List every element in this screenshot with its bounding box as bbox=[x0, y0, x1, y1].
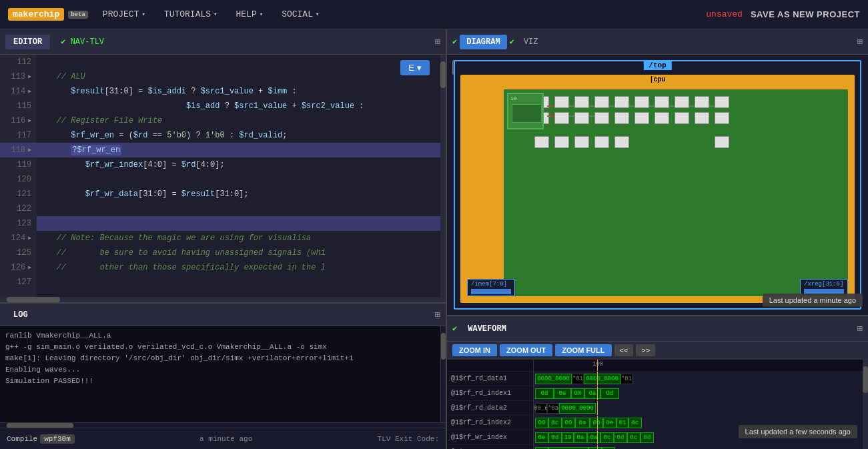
diagram-outer-box: /top |cpu bbox=[454, 60, 861, 310]
nav-help[interactable]: HELP ▾ bbox=[232, 0, 268, 29]
wave-labels: @1$rf_rd_data1 @1$rf_rd_index1 @1$rf_rd_… bbox=[447, 360, 534, 449]
cell-4-8: 0d bbox=[640, 432, 654, 443]
wave-prev-button[interactable]: << bbox=[614, 344, 634, 356]
logic-block-10 bbox=[614, 96, 629, 108]
editor-hscroll[interactable] bbox=[0, 297, 446, 302]
diagram-check-icon: ✔ bbox=[452, 37, 457, 47]
tab-log[interactable]: LOG bbox=[5, 308, 36, 322]
code-line-114: $result[31:0] = $is_addi ? $src1_value +… bbox=[37, 84, 446, 99]
code-line-122 bbox=[37, 201, 446, 216]
wave-data[interactable]: 100 0000_0000 *01 0000_0000 *01 0d bbox=[534, 360, 863, 449]
code-line-121: $rf_wr_data[31:0] = $result[31:0]; bbox=[37, 187, 446, 201]
cell-4-7: 0c bbox=[627, 432, 640, 443]
cell-5-3: 00 bbox=[602, 447, 615, 450]
wave-row-1: 0d 0e 00 0a 0d bbox=[534, 386, 863, 401]
log-scroll-thumb bbox=[441, 333, 446, 360]
line-num-119: 119 bbox=[0, 157, 37, 172]
code-line-113: // ALU bbox=[37, 69, 446, 84]
editor-expand-icon[interactable]: ⊞ bbox=[435, 36, 440, 47]
code-line-112 bbox=[37, 55, 446, 69]
logic-block-24 bbox=[574, 136, 589, 148]
diagram-tabs: ✔ DIAGRAM ✔ VIZ ⊞ bbox=[447, 29, 868, 55]
nav-right: unsaved SAVE AS NEW PROJECT bbox=[706, 9, 860, 19]
zoom-in-button[interactable]: ZOOM IN bbox=[452, 344, 497, 356]
imem-bar bbox=[471, 289, 511, 294]
editor-scroll-thumb bbox=[440, 61, 446, 88]
zoom-full-button[interactable]: ZOOM FULL bbox=[555, 344, 611, 356]
wave-label-5: @1$rs1 bbox=[447, 445, 533, 449]
line-num-114: 114 bbox=[0, 84, 37, 99]
logic-block-20 bbox=[715, 96, 729, 108]
diagram-top-label: /top bbox=[643, 61, 671, 70]
wave-ruler-label bbox=[447, 360, 533, 372]
logic-block-18 bbox=[695, 96, 709, 108]
logic-block-19 bbox=[695, 112, 709, 124]
line-num-117: 117 bbox=[0, 128, 37, 143]
log-line-5: Simulation PASSED!!! bbox=[5, 376, 435, 387]
log-body: ranlib Vmakerchip__ALL.a g++ -g sim_main… bbox=[0, 326, 446, 422]
nav-social[interactable]: SOCIAL ▾ bbox=[278, 0, 323, 29]
time-marker-r0 bbox=[597, 372, 598, 386]
diagram-expand-icon[interactable]: ⊞ bbox=[857, 36, 863, 47]
wave-scrollbar[interactable] bbox=[863, 360, 868, 449]
diagram-canvas[interactable]: + − ⊡ /top |cpu bbox=[447, 55, 868, 315]
cell-4-3: 0a bbox=[574, 432, 587, 443]
beta-badge: beta bbox=[68, 11, 88, 19]
wave-label-3: @1$rf_rd_index2 bbox=[447, 416, 533, 430]
line-num-127: 127 bbox=[0, 275, 37, 290]
diagram-logic-area: i0 bbox=[504, 89, 848, 296]
cell-2-0: *0000_0000 bbox=[535, 403, 547, 414]
editor-scrollbar[interactable] bbox=[440, 55, 446, 297]
cell-1-4: 0d bbox=[600, 388, 619, 399]
time-marker-r1 bbox=[597, 386, 598, 400]
cell-3-0: 00 bbox=[535, 418, 548, 428]
log-line-3: make[1]: Leaving directory '/src/obj_dir… bbox=[5, 353, 435, 364]
wave-next-button[interactable]: >> bbox=[636, 344, 655, 356]
tab-navtlv[interactable]: ✔ NAV-TLV bbox=[53, 34, 112, 49]
save-button[interactable]: SAVE AS NEW PROJECT bbox=[751, 9, 860, 19]
code-editor: 112 113 114 115 116 117 118 119 120 121 … bbox=[0, 55, 446, 297]
waveform-area: ✔ WAVEFORM ⊞ ZOOM IN ZOOM OUT ZOOM FULL … bbox=[447, 316, 868, 449]
tab-diagram[interactable]: DIAGRAM bbox=[460, 35, 506, 49]
log-bottom: Compile wpf30m a minute ago TLV Exit Cod… bbox=[0, 428, 446, 449]
time-marker-r4 bbox=[597, 430, 598, 444]
wave-body: @1$rf_rd_data1 @1$rf_rd_index1 @1$rf_rd_… bbox=[447, 360, 868, 449]
nav-tutorials[interactable]: TUTORIALS ▾ bbox=[160, 0, 222, 29]
logic-block-15 bbox=[655, 112, 669, 124]
tab-editor[interactable]: EDITOR bbox=[5, 35, 50, 49]
exit-code-label: TLV Exit Code: bbox=[378, 435, 439, 443]
log-area: LOG ⊞ ranlib Vmakerchip__ALL.a g++ -g si… bbox=[0, 302, 446, 449]
line-num-120: 120 bbox=[0, 172, 37, 187]
nav-project[interactable]: PROJECT ▾ bbox=[99, 0, 149, 29]
wave-check-icon: ✔ bbox=[452, 324, 457, 334]
cell-1-3: 0a bbox=[584, 388, 600, 399]
code-line-115: $is_add ? $src1_value + $src2_value : bbox=[37, 99, 446, 113]
code-line-118: ?$rf_wr_en bbox=[37, 143, 446, 157]
cell-5-0: 00 bbox=[535, 447, 548, 450]
i0-box: i0 bbox=[507, 93, 544, 129]
code-content[interactable]: // ALU $result[31:0] = $is_addi ? $src1_… bbox=[37, 55, 446, 297]
logic-block-11 bbox=[614, 112, 629, 124]
zoom-out-button[interactable]: ZOOM OUT bbox=[500, 344, 552, 356]
diagram-last-updated: Last updated a minute ago bbox=[763, 294, 863, 307]
log-scrollbar[interactable] bbox=[440, 326, 446, 422]
e-button[interactable]: E ▾ bbox=[400, 60, 430, 75]
tutorials-arrow-icon: ▾ bbox=[213, 11, 217, 18]
logo[interactable]: makerchip bbox=[8, 8, 64, 21]
code-line-116: // Register File Write bbox=[37, 113, 446, 128]
cell-4-4: 0a bbox=[587, 432, 600, 443]
tab-waveform[interactable]: WAVEFORM bbox=[460, 322, 514, 336]
wave-scroll-thumb bbox=[863, 366, 868, 393]
log-hscroll[interactable] bbox=[0, 422, 446, 428]
wave-label-1: @1$rf_rd_index1 bbox=[447, 386, 533, 401]
log-expand-icon[interactable]: ⊞ bbox=[435, 309, 440, 320]
line-num-124: 124 bbox=[0, 231, 37, 246]
wave-expand-icon[interactable]: ⊞ bbox=[857, 323, 863, 334]
social-arrow-icon: ▾ bbox=[316, 11, 319, 18]
tab-viz[interactable]: VIZ bbox=[517, 35, 545, 49]
logic-block-9 bbox=[594, 112, 609, 124]
project-arrow-icon: ▾ bbox=[141, 11, 145, 18]
cell-4-5: 0c bbox=[600, 432, 614, 443]
cell-3-3: 0a bbox=[575, 418, 590, 428]
code-line-123 bbox=[37, 216, 446, 231]
